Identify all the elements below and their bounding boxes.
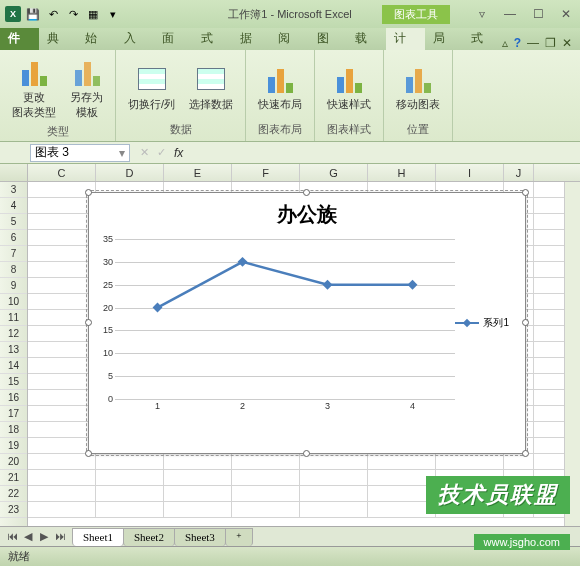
sheet-nav-next-icon[interactable]: ▶ xyxy=(36,530,52,543)
formula-bar: 图表 3▾ ✕ ✓ fx xyxy=(0,142,580,164)
redo-icon[interactable]: ↷ xyxy=(64,5,82,23)
group-type: 更改 图表类型 另存为 模板 类型 xyxy=(0,50,116,141)
ribbon-minimize-icon[interactable]: ▿ xyxy=(472,6,492,22)
status-text: 就绪 xyxy=(8,550,30,562)
embedded-chart[interactable]: 办公族 05101520253035 1234 系列1 xyxy=(88,192,526,454)
undo-icon[interactable]: ↶ xyxy=(44,5,62,23)
y-axis[interactable]: 05101520253035 xyxy=(95,239,113,399)
new-sheet-icon[interactable]: ⁺ xyxy=(225,528,253,546)
excel-app-icon[interactable]: X xyxy=(4,5,22,23)
quick-access-toolbar: X 💾 ↶ ↷ ▦ ▾ xyxy=(0,5,126,23)
save-as-template-button[interactable]: 另存为 模板 xyxy=(66,54,107,122)
row-header[interactable]: 8 xyxy=(0,262,27,278)
row-header[interactable]: 6 xyxy=(0,230,27,246)
legend-marker-icon xyxy=(455,322,479,324)
change-chart-type-button[interactable]: 更改 图表类型 xyxy=(8,54,60,122)
sheet-tab[interactable]: Sheet3 xyxy=(174,528,226,546)
row-header[interactable]: 9 xyxy=(0,278,27,294)
x-axis[interactable]: 1234 xyxy=(115,401,455,419)
row-header[interactable]: 7 xyxy=(0,246,27,262)
column-header[interactable]: I xyxy=(436,164,504,181)
legend-series-label: 系列1 xyxy=(483,316,509,330)
plot-area[interactable]: 05101520253035 1234 xyxy=(115,239,455,419)
column-headers: CDEFGHIJ xyxy=(0,164,580,182)
ribbon: 更改 图表类型 另存为 模板 类型 切换行/列 选择数据 数据 快速布局 xyxy=(0,50,580,142)
group-styles-label: 图表样式 xyxy=(327,120,371,139)
column-header[interactable]: G xyxy=(300,164,368,181)
vertical-scrollbar[interactable] xyxy=(564,182,580,526)
cell-grid[interactable]: 办公族 05101520253035 1234 系列1 xyxy=(28,182,580,526)
sheet-tab[interactable]: Sheet2 xyxy=(123,528,175,546)
save-icon[interactable]: 💾 xyxy=(24,5,42,23)
svg-rect-2 xyxy=(323,280,333,290)
help-icon[interactable]: ? xyxy=(514,36,521,50)
name-box[interactable]: 图表 3▾ xyxy=(30,144,130,162)
quick-style-button[interactable]: 快速样式 xyxy=(323,54,375,120)
row-header[interactable]: 16 xyxy=(0,390,27,406)
row-header[interactable]: 19 xyxy=(0,438,27,454)
row-header[interactable]: 10 xyxy=(0,294,27,310)
fx-icon[interactable]: fx xyxy=(174,146,183,160)
select-data-button[interactable]: 选择数据 xyxy=(185,54,237,120)
chart-title[interactable]: 办公族 xyxy=(89,193,525,232)
group-data-label: 数据 xyxy=(170,120,192,139)
qat-dropdown-icon[interactable]: ▾ xyxy=(104,5,122,23)
column-header[interactable]: F xyxy=(232,164,300,181)
row-header[interactable]: 22 xyxy=(0,486,27,502)
column-header[interactable]: D xyxy=(96,164,164,181)
row-header[interactable]: 5 xyxy=(0,214,27,230)
row-header[interactable]: 12 xyxy=(0,326,27,342)
row-header[interactable]: 20 xyxy=(0,454,27,470)
column-header[interactable]: E xyxy=(164,164,232,181)
chart-tools-contextual-tab: 图表工具 xyxy=(382,5,450,24)
watermark: 技术员联盟 www.jsgho.com xyxy=(426,476,570,550)
group-location: 移动图表 位置 xyxy=(384,50,453,141)
quick-layout-button[interactable]: 快速布局 xyxy=(254,54,306,120)
row-header[interactable]: 13 xyxy=(0,342,27,358)
row-header[interactable]: 17 xyxy=(0,406,27,422)
row-header[interactable]: 18 xyxy=(0,422,27,438)
worksheet-area: CDEFGHIJ 3456789101112131415161718192021… xyxy=(0,164,580,526)
minimize-icon[interactable]: — xyxy=(500,6,520,22)
row-headers: 34567891011121314151617181920212223 xyxy=(0,182,28,526)
row-header[interactable]: 23 xyxy=(0,502,27,518)
sheet-tab[interactable]: Sheet1 xyxy=(72,528,124,546)
window-title: 工作簿1 - Microsoft Excel xyxy=(228,7,351,22)
move-chart-button[interactable]: 移动图表 xyxy=(392,54,444,120)
row-header[interactable]: 15 xyxy=(0,374,27,390)
group-layouts-label: 图表布局 xyxy=(258,120,302,139)
ribbon-collapse-icon[interactable]: ▵ xyxy=(502,36,508,50)
enter-icon[interactable]: ✓ xyxy=(157,146,166,159)
close-icon[interactable]: ✕ xyxy=(556,6,576,22)
switch-row-col-button[interactable]: 切换行/列 xyxy=(124,54,179,120)
doc-close-icon[interactable]: ✕ xyxy=(562,36,572,50)
group-chart-layouts: 快速布局 图表布局 xyxy=(246,50,315,141)
row-header[interactable]: 21 xyxy=(0,470,27,486)
chart-line[interactable] xyxy=(115,239,455,399)
print-icon[interactable]: ▦ xyxy=(84,5,102,23)
group-location-label: 位置 xyxy=(407,120,429,139)
select-all-corner[interactable] xyxy=(0,164,28,181)
doc-minimize-icon[interactable]: — xyxy=(527,36,539,50)
sheet-nav-first-icon[interactable]: ⏮ xyxy=(4,530,20,543)
title-bar: X 💾 ↶ ↷ ▦ ▾ 工作簿1 - Microsoft Excel 图表工具 … xyxy=(0,0,580,28)
group-chart-styles: 快速样式 图表样式 xyxy=(315,50,384,141)
doc-restore-icon[interactable]: ❐ xyxy=(545,36,556,50)
ribbon-tabs: 文件 经典 开始 插入 页面 公式 数据 审阅 视图 加载 设计 布局 格式 ▵… xyxy=(0,28,580,50)
row-header[interactable]: 3 xyxy=(0,182,27,198)
column-header[interactable]: C xyxy=(28,164,96,181)
row-header[interactable]: 14 xyxy=(0,358,27,374)
cancel-icon[interactable]: ✕ xyxy=(140,146,149,159)
group-data: 切换行/列 选择数据 数据 xyxy=(116,50,246,141)
column-header[interactable]: J xyxy=(504,164,534,181)
sheet-nav-last-icon[interactable]: ⏭ xyxy=(52,530,68,543)
svg-rect-3 xyxy=(408,280,418,290)
row-header[interactable]: 11 xyxy=(0,310,27,326)
svg-rect-1 xyxy=(238,257,248,267)
maximize-icon[interactable]: ☐ xyxy=(528,6,548,22)
column-header[interactable]: H xyxy=(368,164,436,181)
svg-rect-0 xyxy=(153,303,163,313)
row-header[interactable]: 4 xyxy=(0,198,27,214)
chart-legend[interactable]: 系列1 xyxy=(455,316,509,330)
sheet-nav-prev-icon[interactable]: ◀ xyxy=(20,530,36,543)
